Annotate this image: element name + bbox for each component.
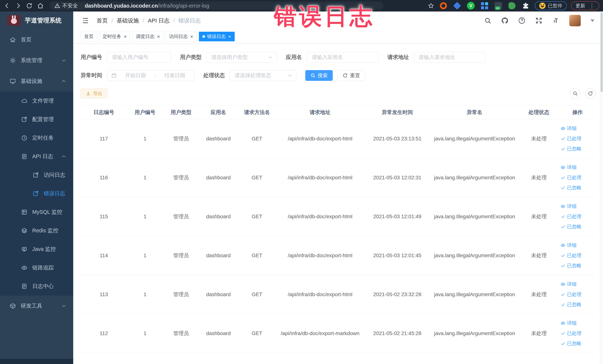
sidebar-item-13[interactable]: 链路追踪 bbox=[0, 258, 73, 277]
profile-paused-pill[interactable]: 已暂停 bbox=[535, 1, 567, 10]
processed-link[interactable]: 已处理 bbox=[561, 135, 581, 142]
address-bar[interactable]: 不安全 dashboard.yudao.iocoder.cn/infra/log… bbox=[50, 1, 383, 10]
tab-close-icon[interactable]: × bbox=[124, 34, 127, 39]
search-icon[interactable] bbox=[484, 17, 491, 24]
ext-dark-on-icon[interactable]: on bbox=[494, 1, 503, 10]
ext-green-leaf-icon[interactable] bbox=[507, 1, 517, 10]
java-monitor-icon bbox=[21, 246, 27, 252]
scrollbar-thumb[interactable] bbox=[601, 12, 603, 92]
search-button[interactable]: 搜索 bbox=[305, 70, 333, 81]
sidebar-item-10[interactable]: MySQL 监控 bbox=[0, 203, 73, 221]
sidebar-item-2[interactable]: 系统管理 bbox=[0, 50, 73, 71]
table-row: 1161管理员dashboardGET/api/infra/db-doc/exp… bbox=[81, 158, 596, 197]
eye-icon bbox=[21, 265, 27, 271]
reset-button[interactable]: 重置 bbox=[337, 70, 365, 81]
detail-link[interactable]: 详细 bbox=[561, 164, 577, 171]
browser-menu-icon[interactable]: ⋮ bbox=[589, 3, 595, 9]
reload-icon[interactable] bbox=[26, 2, 33, 9]
sidebar-item-label: 文件管理 bbox=[32, 97, 73, 105]
error-log-table: 日志编号用户编号用户类型应用名请求方法名请求地址异常发生时间异常名处理状态操作 … bbox=[81, 105, 596, 353]
sidebar-item-6[interactable]: 定时任务 bbox=[0, 129, 73, 147]
sidebar-item-7[interactable]: API 日志 bbox=[0, 147, 73, 166]
processed-link[interactable]: 已处理 bbox=[561, 213, 581, 220]
app-name-input[interactable] bbox=[307, 52, 379, 63]
tab-close-icon[interactable]: × bbox=[157, 34, 160, 39]
date-range-picker[interactable]: 开始日期 - 结束日期 bbox=[107, 70, 195, 81]
sidebar-item-14[interactable]: 日志中心 bbox=[0, 277, 73, 295]
user-avatar[interactable] bbox=[569, 15, 581, 26]
tab-close-icon[interactable]: × bbox=[190, 34, 193, 39]
processed-link[interactable]: 已处理 bbox=[561, 252, 581, 259]
ext-grid-icon[interactable] bbox=[480, 1, 489, 10]
sidebar-item-1[interactable]: 首页 bbox=[0, 29, 73, 50]
ignored-link[interactable]: 已忽略 bbox=[561, 146, 581, 152]
export-button[interactable]: 导出 bbox=[81, 89, 107, 98]
detail-link[interactable]: 详细 bbox=[561, 242, 577, 248]
forward-icon[interactable] bbox=[15, 2, 22, 9]
tab-close-icon[interactable]: × bbox=[228, 34, 231, 39]
github-icon[interactable] bbox=[501, 17, 509, 24]
sidebar-item-15[interactable]: 研发工具 bbox=[0, 295, 73, 316]
sidebar-item-8[interactable]: 访问日志 bbox=[0, 166, 73, 184]
sidebar-item-11[interactable]: Redis 监控 bbox=[0, 221, 73, 240]
sidebar-item-12[interactable]: Java 监控 bbox=[0, 240, 73, 258]
sidebar-item-3[interactable]: 基础设施 bbox=[0, 71, 73, 92]
status-select[interactable]: 请选择处理状态 bbox=[230, 70, 296, 81]
detail-link[interactable]: 详细 bbox=[561, 125, 577, 132]
tab-3[interactable]: 调度日志× bbox=[132, 32, 163, 41]
font-size-icon[interactable] bbox=[552, 17, 560, 24]
help-icon[interactable] bbox=[518, 17, 525, 24]
avatar-caret-down-icon[interactable] bbox=[590, 20, 594, 22]
breadcrumb-item[interactable]: 首页 bbox=[97, 17, 108, 24]
edit-icon bbox=[33, 190, 39, 197]
ext-puzzle-icon[interactable] bbox=[521, 1, 530, 10]
home-nav-icon[interactable] bbox=[37, 2, 44, 9]
table-toolbar: 导出 bbox=[81, 88, 596, 99]
filter-exception-time: 异常时间 开始日期 - 结束日期 bbox=[81, 70, 195, 81]
detail-link[interactable]: 详细 bbox=[561, 203, 577, 210]
user-id-input[interactable] bbox=[107, 52, 171, 63]
browser-scrollbar[interactable] bbox=[600, 12, 603, 364]
filter-label: 应用名 bbox=[286, 54, 302, 61]
security-status[interactable]: 不安全 bbox=[55, 2, 78, 9]
ext-blue-gem-icon[interactable] bbox=[452, 1, 462, 10]
processed-link[interactable]: 已处理 bbox=[561, 174, 581, 181]
tab-4[interactable]: 访问日志× bbox=[165, 32, 197, 41]
processed-link[interactable]: 已处理 bbox=[561, 291, 581, 298]
refresh-table-button[interactable] bbox=[585, 88, 596, 99]
tab-5[interactable]: 错误日志× bbox=[199, 32, 235, 41]
update-button[interactable]: 更新 ⋮ bbox=[571, 1, 599, 10]
detail-link[interactable]: 详细 bbox=[561, 320, 577, 326]
ignored-link[interactable]: 已忽略 bbox=[561, 223, 581, 230]
ext-orange-ring-icon[interactable] bbox=[439, 1, 448, 10]
toggle-search-button[interactable] bbox=[570, 88, 580, 99]
sidebar-item-5[interactable]: 配置管理 bbox=[0, 110, 73, 129]
sidebar-fold-icon[interactable] bbox=[82, 17, 89, 24]
detail-link[interactable]: 详细 bbox=[561, 281, 577, 287]
breadcrumb-item[interactable]: 基础设施 bbox=[116, 17, 139, 24]
table-header-row: 日志编号用户编号用户类型应用名请求方法名请求地址异常发生时间异常名处理状态操作 bbox=[81, 106, 596, 119]
tab-label: 首页 bbox=[84, 33, 93, 39]
ignored-link[interactable]: 已忽略 bbox=[561, 262, 581, 269]
ignored-link[interactable]: 已忽略 bbox=[561, 340, 581, 347]
action-label: 已忽略 bbox=[567, 262, 581, 269]
request-url-input[interactable] bbox=[414, 52, 485, 63]
check-icon bbox=[561, 224, 565, 229]
sidebar-item-4[interactable]: 文件管理 bbox=[0, 92, 73, 110]
breadcrumb-item[interactable]: API 日志 bbox=[148, 17, 170, 24]
sidebar-item-label: 系统管理 bbox=[21, 57, 56, 64]
bookmark-star-icon[interactable] bbox=[428, 2, 434, 9]
tab-2[interactable]: 定时任务× bbox=[99, 32, 130, 41]
filter-label: 用户类型 bbox=[180, 54, 201, 61]
sidebar-item-9[interactable]: 错误日志 bbox=[0, 184, 73, 203]
ext-green-v-icon[interactable]: V bbox=[466, 1, 475, 10]
tab-1[interactable]: 首页 bbox=[81, 32, 97, 41]
processed-link[interactable]: 已处理 bbox=[561, 330, 581, 337]
ignored-link[interactable]: 已忽略 bbox=[561, 301, 581, 308]
back-icon[interactable] bbox=[4, 2, 10, 9]
fullscreen-icon[interactable] bbox=[535, 17, 543, 24]
clock-icon bbox=[21, 135, 27, 141]
user-type-select[interactable]: 请选择用户类型 bbox=[206, 52, 277, 63]
ignored-link[interactable]: 已忽略 bbox=[561, 185, 581, 191]
cell-time: 2021-05-03 12:02:31 bbox=[364, 158, 431, 197]
